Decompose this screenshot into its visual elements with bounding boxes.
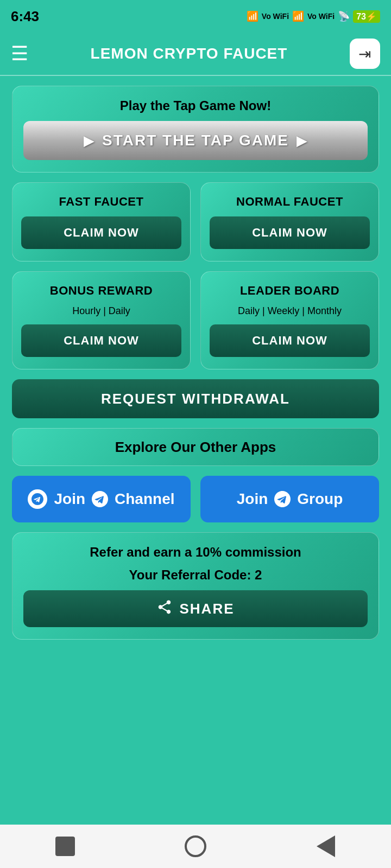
play-arrow-right-icon: ▶	[297, 132, 307, 149]
fast-faucet-card: FAST FAUCET CLAIM NOW	[12, 182, 191, 261]
bonus-reward-card: BONUS REWARD Hourly | Daily CLAIM NOW	[12, 271, 191, 369]
join-channel-button[interactable]: Join Channel	[12, 476, 191, 522]
hamburger-menu-icon[interactable]: ☰	[11, 44, 28, 63]
bonus-reward-claim-button[interactable]: CLAIM NOW	[21, 324, 181, 357]
referral-code: Your Referral Code: 2	[129, 567, 262, 583]
home-icon	[185, 835, 206, 857]
leader-board-card: LEADER BOARD Daily | Weekly | Monthly CL…	[200, 271, 379, 369]
header: ☰ LEMON CRYPTO FAUCET ⇥	[0, 33, 391, 76]
bonus-reward-label: BONUS REWARD	[50, 284, 153, 298]
stop-icon	[55, 837, 75, 856]
normal-faucet-card: NORMAL FAUCET CLAIM NOW	[200, 182, 379, 261]
vo-wifi-label-2: Vo WiFi	[307, 12, 335, 21]
join-group-text2: Group	[297, 490, 343, 508]
bonus-reward-sublabel: Hourly | Daily	[72, 305, 130, 317]
status-bar: 6:43 📶 Vo WiFi 📶 Vo WiFi 📡 73⚡	[0, 0, 391, 33]
back-icon	[317, 835, 335, 857]
fast-faucet-label: FAST FAUCET	[59, 195, 144, 209]
join-group-button[interactable]: Join Group	[200, 476, 379, 522]
signal-icon: 📶	[247, 10, 258, 22]
tap-game-title: Play the Tap Game Now!	[23, 98, 368, 113]
share-icon	[156, 599, 173, 619]
join-group-text: Join	[237, 490, 268, 508]
tap-game-button-text: START THE TAP GAME	[102, 132, 289, 149]
bonus-leaderboard-row: BONUS REWARD Hourly | Daily CLAIM NOW LE…	[12, 271, 379, 369]
battery-icon: 73⚡	[353, 10, 380, 23]
normal-faucet-label: NORMAL FAUCET	[236, 195, 343, 209]
share-button[interactable]: SHARE	[23, 590, 368, 627]
fast-faucet-claim-button[interactable]: CLAIM NOW	[21, 216, 181, 249]
signal-icon-2: 📶	[292, 10, 304, 22]
explore-apps-card[interactable]: Explore Our Other Apps	[12, 428, 379, 466]
bottom-navigation	[0, 825, 391, 868]
telegram-group-logo	[274, 491, 291, 507]
app-title: LEMON CRYPTO FAUCET	[91, 45, 288, 62]
leader-board-claim-button[interactable]: CLAIM NOW	[210, 324, 370, 357]
nav-back-button[interactable]	[310, 833, 342, 860]
telegram-row: Join Channel Join Group	[12, 476, 379, 522]
logout-button[interactable]: ⇥	[350, 39, 380, 69]
logout-icon: ⇥	[358, 45, 371, 63]
join-channel-text2: Channel	[115, 490, 174, 508]
faucet-row: FAST FAUCET CLAIM NOW NORMAL FAUCET CLAI…	[12, 182, 379, 261]
telegram-channel-logo	[92, 491, 108, 507]
share-button-text: SHARE	[179, 601, 234, 617]
play-arrow-left-icon: ▶	[84, 132, 94, 149]
vo-wifi-label: Vo WiFi	[262, 12, 289, 21]
status-time: 6:43	[11, 8, 39, 25]
telegram-channel-icon	[28, 489, 47, 509]
start-tap-game-button[interactable]: ▶ START THE TAP GAME ▶	[23, 121, 368, 160]
main-content: Play the Tap Game Now! ▶ START THE TAP G…	[0, 76, 391, 825]
status-icons: 📶 Vo WiFi 📶 Vo WiFi 📡 73⚡	[247, 10, 380, 23]
request-withdrawal-button[interactable]: REQUEST WITHDRAWAL	[12, 379, 379, 418]
referral-card: Refer and earn a 10% commission Your Ref…	[12, 532, 379, 640]
nav-home-button[interactable]	[179, 833, 212, 860]
explore-apps-text: Explore Our Other Apps	[115, 439, 276, 456]
referral-title: Refer and earn a 10% commission	[90, 545, 301, 560]
wifi-icon: 📡	[338, 10, 350, 22]
leader-board-sublabel: Daily | Weekly | Monthly	[238, 305, 342, 317]
nav-stop-button[interactable]	[49, 833, 81, 860]
tap-game-card: Play the Tap Game Now! ▶ START THE TAP G…	[12, 86, 379, 173]
normal-faucet-claim-button[interactable]: CLAIM NOW	[210, 216, 370, 249]
leader-board-label: LEADER BOARD	[240, 284, 339, 298]
join-channel-text: Join	[54, 490, 85, 508]
